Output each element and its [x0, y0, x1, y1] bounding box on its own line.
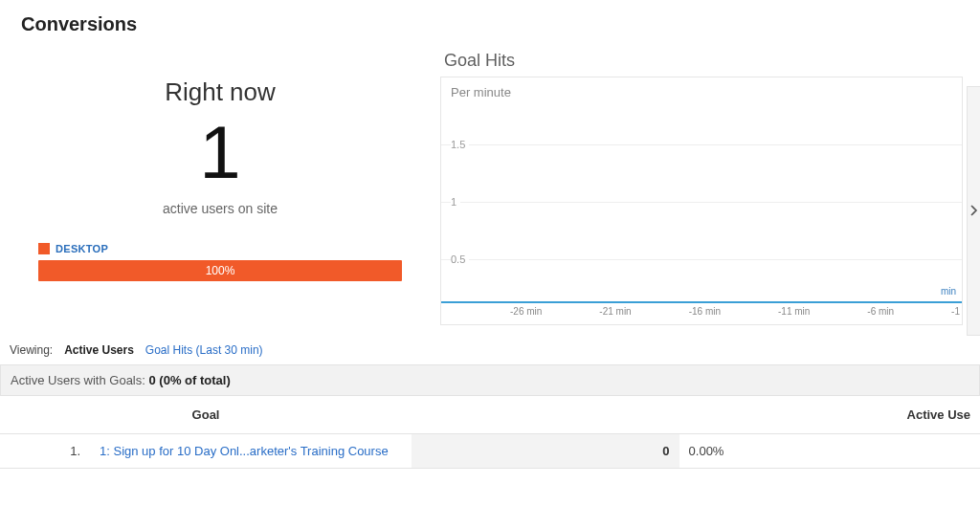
- y-tick: 0.5: [441, 259, 962, 260]
- goals-table: Goal Active Use 1. 1: Sign up for 10 Day…: [0, 396, 980, 469]
- tab-active-users[interactable]: Active Users: [64, 343, 134, 357]
- expand-side-tab[interactable]: [967, 86, 980, 336]
- device-bar-pct: 100%: [206, 264, 235, 277]
- row-index: 1.: [0, 434, 90, 469]
- table-row[interactable]: 1. 1: Sign up for 10 Day Onl...arketer's…: [0, 434, 980, 469]
- summary-prefix: Active Users with Goals:: [11, 373, 149, 387]
- viewing-label: Viewing:: [10, 343, 53, 357]
- page-header: Conversions: [0, 0, 980, 43]
- device-breakdown-bar[interactable]: 100%: [38, 260, 402, 281]
- x-tick: -21 min: [599, 306, 631, 317]
- realtime-heading: Right now: [19, 77, 421, 107]
- goal-hits-chart[interactable]: Per minute 1.5 1 0.5 min -26 min -21 min…: [440, 77, 963, 325]
- row-pct: 0.00%: [679, 434, 980, 469]
- x-tick: -16 min: [689, 306, 721, 317]
- y-tick: 1: [441, 202, 962, 203]
- x-tick: -1: [951, 306, 960, 317]
- chevron-right-icon: [970, 203, 978, 220]
- column-header-goal[interactable]: Goal: [0, 396, 412, 434]
- chart-pane: Goal Hits Per minute 1.5 1 0.5 min -26 m…: [440, 51, 980, 338]
- row-goal-cell: 1: Sign up for 10 Day Onl...arketer's Tr…: [90, 434, 412, 469]
- realtime-pane: Right now 1 active users on site DESKTOP…: [0, 51, 440, 338]
- chart-title: Goal Hits: [440, 51, 963, 71]
- realtime-subtitle: active users on site: [19, 201, 421, 216]
- x-tick: -6 min: [867, 306, 894, 317]
- dashboard-top-row: Right now 1 active users on site DESKTOP…: [0, 51, 980, 338]
- x-axis-unit: min: [941, 286, 956, 297]
- x-tick: -11 min: [778, 306, 810, 317]
- view-mode-row: Viewing: Active Users Goal Hits (Last 30…: [0, 338, 980, 364]
- chart-grid: 1.5 1 0.5: [441, 110, 962, 301]
- x-axis-labels: -26 min -21 min -16 min -11 min -6 min -…: [441, 303, 962, 317]
- y-tick: 1.5: [441, 144, 962, 145]
- goal-link[interactable]: 1: Sign up for 10 Day Onl...arketer's Tr…: [100, 444, 389, 458]
- column-header-active[interactable]: Active Use: [412, 396, 980, 434]
- page-title: Conversions: [21, 13, 959, 35]
- square-swatch-icon: [38, 243, 50, 254]
- tab-goal-hits[interactable]: Goal Hits (Last 30 min): [145, 343, 263, 357]
- x-tick: -26 min: [510, 306, 542, 317]
- summary-value: 0 (0% of total): [149, 373, 231, 387]
- device-legend: DESKTOP: [19, 243, 421, 254]
- row-count: 0: [412, 434, 679, 469]
- device-label[interactable]: DESKTOP: [56, 243, 108, 254]
- summary-bar: Active Users with Goals: 0 (0% of total): [0, 364, 980, 396]
- chart-unit-label: Per minute: [441, 77, 962, 99]
- chart-x-axis: min -26 min -21 min -16 min -11 min -6 m…: [441, 301, 962, 324]
- realtime-count: 1: [19, 115, 421, 189]
